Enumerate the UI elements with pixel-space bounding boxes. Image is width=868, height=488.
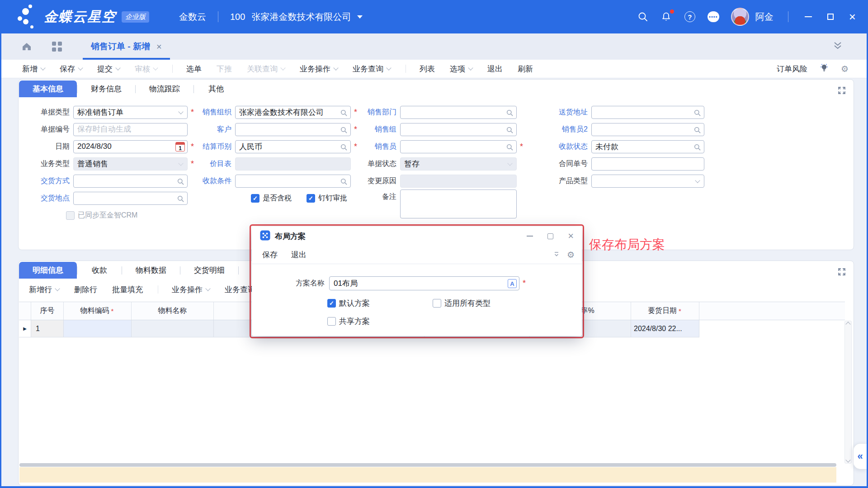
lookup-icon[interactable] bbox=[340, 109, 347, 118]
user-name[interactable]: 阿金 bbox=[755, 11, 774, 23]
dialog-close-button[interactable]: × bbox=[568, 231, 574, 241]
lookup-icon[interactable] bbox=[340, 144, 347, 152]
dialog-titlebar[interactable]: 布局方案 × bbox=[252, 227, 582, 246]
lookup-icon[interactable] bbox=[340, 178, 347, 187]
dialog-save-button[interactable]: 保存 bbox=[262, 250, 278, 260]
salesperson2-lookup[interactable] bbox=[591, 123, 704, 136]
gear-icon[interactable]: ⚙ bbox=[841, 64, 849, 74]
scheme-name-input[interactable] bbox=[330, 277, 519, 290]
dialog-maximize-button[interactable] bbox=[547, 233, 553, 239]
scheme-name-field[interactable] bbox=[329, 276, 519, 290]
date-input[interactable] bbox=[74, 141, 187, 153]
lookup-icon[interactable] bbox=[506, 127, 513, 135]
tab-sales-order-new[interactable]: 销售订单 - 新增 × bbox=[85, 33, 167, 60]
maximize-button[interactable] bbox=[827, 14, 834, 20]
delivery-location-lookup[interactable] bbox=[73, 192, 188, 205]
calendar-icon[interactable] bbox=[175, 142, 185, 152]
delete-row-button[interactable]: 删除行 bbox=[74, 284, 97, 295]
text-format-icon[interactable] bbox=[508, 279, 517, 288]
delivery-method-lookup[interactable] bbox=[73, 175, 188, 188]
col-material-code[interactable]: 物料编码 bbox=[64, 302, 132, 320]
search-icon[interactable] bbox=[637, 11, 649, 23]
lookup-icon[interactable] bbox=[177, 195, 184, 204]
tab-basic-info[interactable]: 基本信息 bbox=[19, 81, 77, 97]
vertical-scrollbar[interactable] bbox=[844, 321, 852, 464]
push-down-button[interactable]: 下推 bbox=[217, 64, 232, 74]
minimize-button[interactable] bbox=[805, 16, 812, 17]
notification-bell-icon[interactable] bbox=[660, 11, 672, 23]
audit-button[interactable]: 审核 bbox=[135, 64, 157, 74]
detail-business-operation-button[interactable]: 业务操作 bbox=[172, 284, 210, 295]
batch-fill-button[interactable]: 批量填充 bbox=[112, 284, 143, 295]
payment-status-lookup[interactable] bbox=[591, 140, 704, 153]
business-query-button[interactable]: 业务查询 bbox=[353, 64, 391, 74]
tab-logistics-tracking[interactable]: 物流跟踪 bbox=[136, 81, 193, 97]
material-code-cell[interactable] bbox=[64, 320, 132, 337]
lookup-icon[interactable] bbox=[694, 127, 701, 135]
new-button[interactable]: 新增 bbox=[22, 64, 45, 74]
select-bill-button[interactable]: 选单 bbox=[186, 64, 202, 74]
tab-delivery-detail[interactable]: 交货明细 bbox=[180, 262, 238, 279]
dialog-gear-icon[interactable]: ⚙ bbox=[567, 250, 575, 260]
sales-department-lookup[interactable] bbox=[400, 106, 517, 119]
exit-button[interactable]: 退出 bbox=[487, 64, 503, 74]
tab-other[interactable]: 其他 bbox=[194, 81, 238, 97]
document-type-input[interactable] bbox=[74, 106, 187, 118]
document-number-field[interactable] bbox=[73, 123, 188, 136]
product-name[interactable]: 金数云 bbox=[179, 11, 206, 23]
salesperson-lookup[interactable] bbox=[400, 140, 517, 153]
scroll-up-icon[interactable] bbox=[845, 322, 850, 327]
sales-group-lookup[interactable] bbox=[400, 123, 517, 136]
expand-panel-icon[interactable] bbox=[837, 267, 846, 278]
col-material-name[interactable]: 物料名称 bbox=[132, 302, 214, 320]
lookup-icon[interactable] bbox=[177, 178, 184, 187]
business-type-select[interactable] bbox=[73, 157, 188, 171]
home-icon[interactable] bbox=[21, 41, 32, 52]
list-button[interactable]: 列表 bbox=[420, 64, 435, 74]
tax-included-checkbox[interactable] bbox=[251, 194, 259, 203]
tab-collection[interactable]: 收款 bbox=[77, 262, 122, 279]
save-button[interactable]: 保存 bbox=[60, 64, 82, 74]
refresh-button[interactable]: 刷新 bbox=[518, 64, 533, 74]
customer-lookup[interactable] bbox=[235, 123, 351, 136]
order-risk-button[interactable]: 订单风险 bbox=[777, 64, 807, 74]
material-name-cell[interactable] bbox=[132, 320, 214, 337]
document-type-select[interactable] bbox=[73, 106, 188, 119]
more-options-icon[interactable]: •••• bbox=[708, 11, 719, 23]
collapse-tabs-icon[interactable] bbox=[832, 41, 843, 52]
lookup-icon[interactable] bbox=[506, 109, 513, 118]
col-seq[interactable]: 序号 bbox=[31, 302, 64, 320]
scroll-down-icon[interactable] bbox=[845, 457, 850, 462]
close-button[interactable]: × bbox=[849, 11, 856, 23]
collapse-sidebar-button[interactable]: « bbox=[853, 443, 867, 469]
crm-synced-checkbox[interactable] bbox=[66, 211, 75, 220]
lookup-icon[interactable] bbox=[340, 127, 347, 135]
tab-finance-info[interactable]: 财务信息 bbox=[77, 81, 135, 97]
collapse-toolbar-icon[interactable] bbox=[553, 250, 560, 260]
lookup-icon[interactable] bbox=[694, 109, 701, 118]
lightbulb-icon[interactable] bbox=[819, 63, 829, 75]
payment-terms-lookup[interactable] bbox=[235, 175, 351, 188]
contract-number-field[interactable] bbox=[591, 157, 704, 171]
tab-detail-info[interactable]: 明细信息 bbox=[19, 262, 77, 279]
dialog-minimize-button[interactable] bbox=[527, 236, 533, 237]
dialog-exit-button[interactable]: 退出 bbox=[291, 250, 307, 260]
related-query-button[interactable]: 关联查询 bbox=[247, 64, 285, 74]
business-operation-button[interactable]: 业务操作 bbox=[300, 64, 338, 74]
horizontal-scrollbar[interactable] bbox=[19, 463, 836, 467]
shared-scheme-checkbox[interactable] bbox=[327, 317, 336, 326]
request-date-cell[interactable]: 2024/8/30 22... bbox=[631, 320, 699, 337]
user-avatar[interactable] bbox=[731, 8, 749, 26]
help-icon[interactable]: ? bbox=[684, 11, 696, 23]
default-scheme-checkbox[interactable] bbox=[327, 299, 336, 308]
apps-grid-icon[interactable] bbox=[52, 42, 62, 52]
lookup-icon[interactable] bbox=[694, 144, 701, 152]
options-button[interactable]: 选项 bbox=[450, 64, 472, 74]
sales-org-lookup[interactable] bbox=[235, 106, 351, 119]
dingtalk-approval-checkbox[interactable] bbox=[307, 194, 315, 203]
delivery-address-lookup[interactable] bbox=[591, 106, 704, 119]
add-row-button[interactable]: 新增行 bbox=[29, 284, 59, 295]
date-field[interactable] bbox=[73, 140, 188, 153]
org-selector[interactable]: 100 张家港金数技术有限公司 bbox=[230, 11, 363, 23]
tab-close-icon[interactable]: × bbox=[156, 42, 162, 51]
